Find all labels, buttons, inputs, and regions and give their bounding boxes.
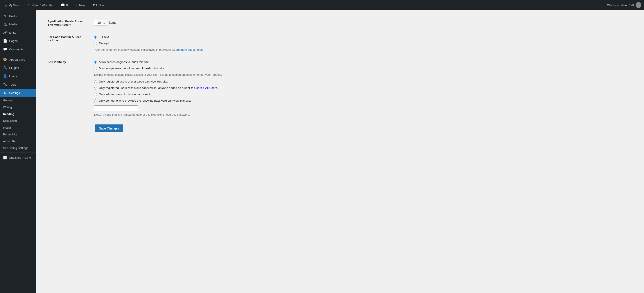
submenu-discussion[interactable]: Discussion [0, 118, 36, 124]
excerpt-label: Excerpt [99, 42, 109, 45]
feed-include-field: Full text Excerpt Your theme determines … [90, 31, 638, 56]
sidebar-item-media[interactable]: 🖼 Media [0, 20, 36, 28]
site-name-link[interactable]: ⌂ ralston.128's Site [26, 2, 54, 8]
allow-index-label: Allow search engines to index this site [99, 60, 149, 64]
feed-include-label: For Each Post In A Feed, Include [42, 31, 90, 56]
comments-icon: 💬 [60, 3, 65, 7]
sidebar-item-comments[interactable]: 💬 Comments [0, 45, 36, 53]
password-only-radio[interactable] [94, 100, 97, 102]
submenu-admin-bar[interactable]: Admin Bar [0, 138, 36, 145]
heart-icon: ♥ [92, 3, 95, 7]
follow-link[interactable]: ♥ Follow [91, 2, 106, 8]
discourage-option: Discourage search engines from indexing … [94, 67, 632, 71]
full-text-option: Full text [94, 35, 632, 40]
sidebar-item-plugins[interactable]: 🔌 Plugins [0, 64, 36, 72]
registered-site-label: Only registered users of this site can v… [99, 86, 218, 90]
sidebar-item-pages[interactable]: 📄 Pages [0, 37, 36, 45]
sidebar-item-users[interactable]: 👤 Users [0, 72, 36, 80]
syndication-label: Syndication Feeds Show The Most Recent [42, 15, 90, 31]
comments-link[interactable]: 💬 0 [59, 2, 70, 8]
site-visibility-field: Allow search engines to index this site … [90, 56, 638, 121]
excerpt-radio[interactable] [94, 42, 97, 45]
admin-only-radio[interactable] [94, 93, 97, 96]
sidebar-item-tools[interactable]: 🔧 Tools [0, 80, 36, 89]
submenu-general[interactable]: General [0, 97, 36, 104]
excerpt-option: Excerpt [94, 42, 632, 46]
submenu-permalinks[interactable]: Permalinks [0, 131, 36, 138]
visibility-note: Neither of these options blocks access t… [94, 73, 632, 76]
save-changes-button[interactable]: Save Changes [95, 124, 123, 132]
submenu-media[interactable]: Media [0, 124, 36, 131]
syndication-field: items [90, 15, 638, 31]
registered-osu-radio[interactable] [94, 80, 97, 83]
site-visibility-label: Site Visibility [42, 56, 90, 121]
sidebar-item-appearance[interactable]: 🎨 Appearance [0, 55, 36, 64]
menu-divider [0, 54, 36, 54]
welcome-text: Welcome ralston.128 [607, 4, 634, 7]
new-content-link[interactable]: + New [74, 2, 86, 8]
home-icon: ⌂ [28, 3, 30, 7]
menu-divider-2 [0, 152, 36, 152]
sidebar-item-links[interactable]: 🔗 Links [0, 28, 36, 37]
feed-description: Your theme determines how content is dis… [94, 48, 632, 51]
password-option: Only someone who provides the following … [94, 99, 632, 103]
submenu-reading[interactable]: Reading [0, 110, 36, 118]
tools-icon: 🔧 [3, 82, 7, 86]
registered-osu-option: Only registered users of u.osu.edu can v… [94, 80, 632, 84]
avatar [636, 2, 641, 8]
settings-icon: ⚙ [3, 91, 7, 95]
discourage-index-radio[interactable] [94, 67, 97, 70]
settings-form: Syndication Feeds Show The Most Recent i… [42, 15, 638, 121]
users-all-users-link[interactable]: Users > All Users [194, 86, 217, 90]
full-text-radio[interactable] [94, 36, 97, 39]
settings-submenu: General Writing Reading Discussion Media… [0, 97, 36, 152]
links-icon: 🔗 [3, 30, 7, 34]
admin-bar: ⊞ My Sites ⌂ ralston.128's Site 💬 0 + Ne… [0, 0, 644, 10]
discourage-index-label: Discourage search engines from indexing … [99, 67, 164, 70]
appearance-icon: 🎨 [3, 58, 7, 62]
media-icon: 🖼 [3, 22, 7, 26]
wp-icon: ⊞ [4, 3, 7, 7]
registered-osu-label: Only registered users of u.osu.edu can v… [99, 80, 168, 83]
registered-site-option: Only registered users of this site can v… [94, 86, 632, 90]
full-text-label: Full text [99, 35, 109, 39]
allow-index-radio[interactable] [94, 61, 97, 64]
plugins-icon: 🔌 [3, 66, 7, 70]
plus-icon: + [76, 3, 78, 7]
posts-icon: ✎ [3, 14, 7, 18]
sidebar-item-statistics[interactable]: 📊 Statistics + GTM [0, 154, 36, 162]
users-icon: 👤 [3, 74, 7, 78]
password-note: Note: Anyone that is a registered user o… [94, 113, 632, 116]
admin-only-label: Only admin users of this site can view i… [99, 92, 152, 96]
items-label: items [109, 21, 116, 24]
submenu-site-listing[interactable]: Site Listing Settings [0, 145, 36, 152]
learn-more-link[interactable]: Learn more about feeds [172, 48, 203, 51]
password-only-label: Only someone who provides the following … [99, 99, 191, 102]
sidebar: ✎ Posts 🖼 Media 🔗 Links 📄 Pages 💬 Commen… [0, 10, 36, 293]
allow-index-option: Allow search engines to index this site [94, 60, 632, 64]
site-password-input[interactable] [94, 105, 138, 111]
sidebar-item-settings[interactable]: ⚙ Settings [0, 89, 36, 97]
registered-site-radio[interactable] [94, 87, 97, 90]
admin-only-option: Only admin users of this site can view i… [94, 92, 632, 97]
syndication-number-input[interactable] [94, 20, 107, 26]
syndication-row: Syndication Feeds Show The Most Recent i… [42, 15, 638, 31]
site-visibility-row: Site Visibility Allow search engines to … [42, 56, 638, 121]
feed-include-row: For Each Post In A Feed, Include Full te… [42, 31, 638, 56]
pages-icon: 📄 [3, 39, 7, 43]
main-content: Syndication Feeds Show The Most Recent i… [36, 10, 644, 293]
sidebar-item-posts[interactable]: ✎ Posts [0, 12, 36, 20]
my-sites-link[interactable]: ⊞ My Sites [3, 2, 21, 8]
syndication-input-group: items [94, 20, 632, 26]
statistics-icon: 📊 [3, 156, 7, 160]
submenu-writing[interactable]: Writing [0, 104, 36, 110]
comments-menu-icon: 💬 [3, 47, 7, 51]
